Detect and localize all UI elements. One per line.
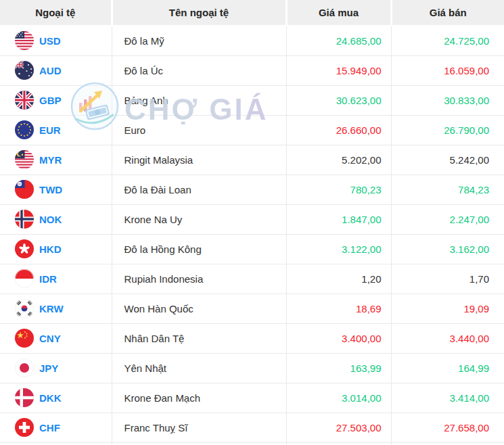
empty-cell <box>391 442 504 445</box>
currency-name: Rupiah Indonesia <box>112 264 286 294</box>
buy-price: 3.400,00 <box>286 323 391 353</box>
col-header-currency-name: Tên ngoại tệ <box>112 0 286 26</box>
currency-name: Won Hàn Quốc <box>112 294 286 323</box>
buy-price: 1,20 <box>286 264 391 294</box>
table-header: Ngoại tệ Tên ngoại tệ Giá mua Giá bán <box>0 0 504 26</box>
currency-cell: NOK <box>0 204 112 234</box>
currency-name: Krone Đan Mạch <box>112 383 286 413</box>
table-row: TWDĐô la Đài Loan780,23784,23 <box>0 174 504 204</box>
table-row: GBPBảng Anh30.623,0030.833,00 <box>0 85 504 115</box>
exchange-rate-page: Ngoại tệ Tên ngoại tệ Giá mua Giá bán US… <box>0 0 504 445</box>
currency-cell: GBP <box>0 85 112 115</box>
buy-price: 780,23 <box>286 174 391 204</box>
buy-price: 26.660,00 <box>286 115 391 145</box>
krw-flag-icon <box>15 299 34 318</box>
sell-price: 784,23 <box>391 174 504 204</box>
table-row: KRWWon Hàn Quốc18,6919,09 <box>0 294 504 323</box>
currency-cell: CHF <box>0 413 112 442</box>
currency-code-link[interactable]: EUR <box>39 124 61 136</box>
buy-price: 3.014,00 <box>286 383 391 413</box>
currency-cell: DKK <box>0 383 112 413</box>
twd-flag-icon <box>15 180 34 199</box>
currency-cell: AUD <box>0 55 112 85</box>
col-header-buy-price: Giá mua <box>286 0 391 26</box>
currency-cell: USD <box>0 26 112 55</box>
empty-cell <box>286 442 391 445</box>
currency-cell: TWD <box>0 174 112 204</box>
currency-cell: JPY <box>0 353 112 383</box>
cny-flag-icon <box>15 329 34 348</box>
currency-cell: KRW <box>0 294 112 323</box>
currency-code-link[interactable]: KRW <box>39 303 64 314</box>
table-row: AUDĐô la Úc15.949,0016.059,00 <box>0 55 504 85</box>
currency-code-link[interactable]: GBP <box>39 95 62 106</box>
buy-price: 1.847,00 <box>286 204 391 234</box>
currency-code-link[interactable]: IDR <box>39 273 57 285</box>
hkd-flag-icon <box>15 239 34 258</box>
eur-flag-icon <box>15 120 34 139</box>
buy-price: 15.949,00 <box>286 55 391 85</box>
empty-cell <box>0 442 112 445</box>
currency-cell: EUR <box>0 115 112 145</box>
sell-price: 3.162,00 <box>391 234 504 264</box>
currency-name: Đô la Hồng Kông <box>112 234 286 264</box>
sell-price: 1,70 <box>391 264 504 294</box>
table-row: EUREuro26.660,0026.790,00 <box>0 115 504 145</box>
currency-code-link[interactable]: MYR <box>39 154 62 166</box>
table-row: CNYNhân Dân Tệ3.400,003.440,00 <box>0 323 504 353</box>
sell-price: 16.059,00 <box>391 55 504 85</box>
table-row: MYRRingit Malaysia5.202,005.242,00 <box>0 145 504 174</box>
buy-price: 24.685,00 <box>286 26 391 55</box>
currency-name: Ringit Malaysia <box>112 145 286 174</box>
currency-name: Euro <box>112 115 286 145</box>
currency-code-link[interactable]: CNY <box>39 333 61 344</box>
currency-code-link[interactable]: JPY <box>39 362 58 374</box>
sell-price: 3.414,00 <box>391 383 504 413</box>
sell-price: 164,99 <box>391 353 504 383</box>
exchange-rate-table: Ngoại tệ Tên ngoại tệ Giá mua Giá bán US… <box>0 0 504 445</box>
currency-cell: HKD <box>0 234 112 264</box>
buy-price: 163,99 <box>286 353 391 383</box>
sell-price: 2.247,00 <box>391 204 504 234</box>
table-row: IDRRupiah Indonesia1,201,70 <box>0 264 504 294</box>
currency-cell: CNY <box>0 323 112 353</box>
currency-name: Nhân Dân Tệ <box>112 323 286 353</box>
chf-flag-icon <box>15 418 34 437</box>
gbp-flag-icon <box>15 91 34 110</box>
currency-name: Đô la Đài Loan <box>112 174 286 204</box>
currency-code-link[interactable]: DKK <box>39 392 62 404</box>
usd-flag-icon <box>15 31 34 50</box>
currency-name: Đô la Mỹ <box>112 26 286 55</box>
sell-price: 5.242,00 <box>391 145 504 174</box>
currency-code-link[interactable]: TWD <box>39 184 62 195</box>
currency-name: Đô la Úc <box>112 55 286 85</box>
buy-price: 3.122,00 <box>286 234 391 264</box>
table-row-partial <box>0 442 504 445</box>
buy-price: 27.503,00 <box>286 413 391 442</box>
table-row: JPYYên Nhật163,99164,99 <box>0 353 504 383</box>
dkk-flag-icon <box>15 388 34 407</box>
sell-price: 24.725,00 <box>391 26 504 55</box>
currency-name: Franc Thuỵ Sĩ <box>112 413 286 442</box>
empty-cell <box>112 442 286 445</box>
currency-code-link[interactable]: NOK <box>39 214 62 225</box>
col-header-sell-price: Giá bán <box>391 0 504 26</box>
sell-price: 19,09 <box>391 294 504 323</box>
sell-price: 3.440,00 <box>391 323 504 353</box>
table-row: NOKKrone Na Uy1.847,002.247,00 <box>0 204 504 234</box>
table-row: HKDĐô la Hồng Kông3.122,003.162,00 <box>0 234 504 264</box>
buy-price: 5.202,00 <box>286 145 391 174</box>
idr-flag-icon <box>15 269 34 288</box>
currency-cell: MYR <box>0 145 112 174</box>
sell-price: 27.658,00 <box>391 413 504 442</box>
currency-code-link[interactable]: HKD <box>39 243 62 255</box>
currency-name: Yên Nhật <box>112 353 286 383</box>
jpy-flag-icon <box>15 358 34 377</box>
sell-price: 30.833,00 <box>391 85 504 115</box>
table-row: USDĐô la Mỹ24.685,0024.725,00 <box>0 26 504 55</box>
currency-code-link[interactable]: USD <box>39 35 61 47</box>
currency-name: Krone Na Uy <box>112 204 286 234</box>
aud-flag-icon <box>15 61 34 80</box>
currency-code-link[interactable]: CHF <box>39 422 60 434</box>
currency-code-link[interactable]: AUD <box>39 65 62 76</box>
